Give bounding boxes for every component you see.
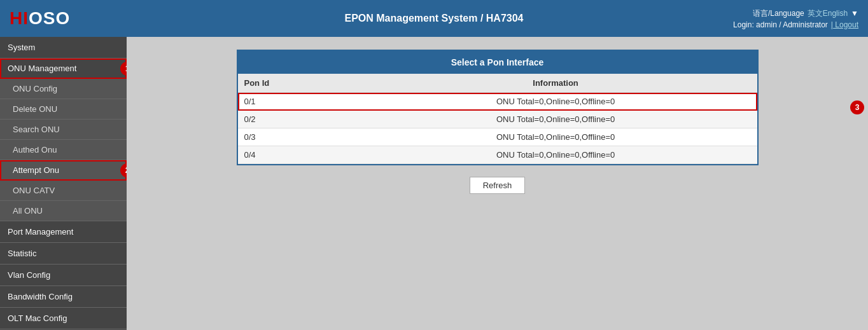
language-bar: 语言/Language 英文English ▼ (753, 8, 858, 19)
col-pon-id: Pon Id (238, 74, 354, 93)
table-row[interactable]: 0/2ONU Total=0,Online=0,Offline=0 (238, 111, 757, 128)
sidebar-item-statistic-label: Statistic (8, 249, 37, 258)
sidebar-onu-management-wrapper: ONU Management 1 (0, 58, 127, 79)
sidebar-item-search-onu-label: Search ONU (13, 125, 60, 134)
login-bar: Login: admin / Administrator | Logout (733, 20, 858, 29)
cell-pon-id: 0/3 (238, 128, 354, 146)
refresh-button[interactable]: Refresh (470, 177, 526, 194)
sidebar-item-vlan-config-label: Vlan Config (8, 270, 50, 280)
layout: System ONU Management 1 ONU Config Delet… (0, 37, 868, 330)
pon-table-title: Select a Pon Interface (238, 51, 757, 74)
sidebar-item-all-onu-label: All ONU (13, 206, 43, 216)
sidebar-item-authed-onu-label: Authed Onu (13, 145, 57, 155)
table-row[interactable]: 0/4ONU Total=0,Online=0,Offline=0 (238, 146, 757, 164)
sidebar-item-onu-config-label: ONU Config (13, 84, 57, 93)
header-right: 语言/Language 英文English ▼ Login: admin / A… (733, 8, 858, 29)
sidebar-item-system[interactable]: System (0, 37, 127, 58)
logo-area: HIOSO (10, 8, 70, 29)
logo-oso: OSO (29, 8, 70, 28)
annotation-3: 3 (850, 100, 864, 114)
sidebar-item-authed-onu[interactable]: Authed Onu (0, 140, 127, 160)
header-title: EPON Management System / HA7304 (345, 13, 524, 24)
sidebar: System ONU Management 1 ONU Config Delet… (0, 37, 127, 330)
logo-hi: HI (10, 8, 29, 28)
sidebar-item-bandwidth-config-label: Bandwidth Config (8, 292, 73, 301)
cell-pon-id: 0/1 (238, 93, 354, 111)
sidebar-item-delete-onu-label: Delete ONU (13, 104, 57, 114)
refresh-area: Refresh (139, 177, 855, 194)
sidebar-item-vlan-config[interactable]: Vlan Config (0, 265, 127, 286)
cell-information: ONU Total=0,Online=0,Offline=0 (354, 146, 757, 164)
sidebar-item-all-onu[interactable]: All ONU (0, 201, 127, 221)
sidebar-item-olt-mac-config[interactable]: OLT Mac Config (0, 308, 127, 329)
sidebar-item-port-management-label: Port Management (8, 227, 73, 237)
sidebar-item-delete-onu[interactable]: Delete ONU (0, 99, 127, 120)
cell-information: ONU Total=0,Online=0,Offline=0 (354, 111, 757, 128)
logout-link[interactable]: | Logout (831, 20, 858, 29)
language-value[interactable]: 英文English (808, 8, 848, 19)
cell-information: ONU Total=0,Online=0,Offline=0 (354, 93, 757, 111)
sidebar-item-onu-config[interactable]: ONU Config (0, 79, 127, 99)
sidebar-item-onu-management-label: ONU Management (8, 64, 76, 73)
sidebar-item-attempt-onu-label: Attempt Onu (13, 165, 59, 175)
language-chevron: ▼ (851, 9, 858, 18)
sidebar-item-bandwidth-config[interactable]: Bandwidth Config (0, 286, 127, 308)
sidebar-item-search-onu[interactable]: Search ONU (0, 120, 127, 140)
sidebar-item-statistic[interactable]: Statistic (0, 243, 127, 265)
language-label: 语言/Language (753, 8, 804, 19)
cell-pon-id: 0/4 (238, 146, 354, 164)
sidebar-item-onu-catv[interactable]: ONU CATV (0, 181, 127, 201)
col-information: Information (354, 74, 757, 93)
sidebar-item-system-label: System (8, 43, 35, 52)
table-row[interactable]: 0/1ONU Total=0,Online=0,Offline=0 (238, 93, 757, 111)
sidebar-item-onu-catv-label: ONU CATV (13, 186, 55, 195)
sidebar-attempt-onu-wrapper: Attempt Onu 2 (0, 160, 127, 181)
sidebar-item-olt-mac-config-label: OLT Mac Config (8, 313, 67, 323)
main-content: Select a Pon Interface Pon Id Informatio… (127, 37, 868, 330)
logo: HIOSO (10, 8, 70, 29)
header: HIOSO EPON Management System / HA7304 语言… (0, 0, 868, 37)
sidebar-item-attempt-onu[interactable]: Attempt Onu (0, 160, 127, 181)
table-header-row: Pon Id Information (238, 74, 757, 93)
pon-table-container: Select a Pon Interface Pon Id Informatio… (237, 50, 759, 165)
cell-information: ONU Total=0,Online=0,Offline=0 (354, 128, 757, 146)
table-wrapper: Select a Pon Interface Pon Id Informatio… (139, 50, 855, 165)
login-text: Login: admin / Administrator (733, 20, 828, 29)
pon-table: Pon Id Information 0/1ONU Total=0,Online… (238, 74, 757, 164)
table-row[interactable]: 0/3ONU Total=0,Online=0,Offline=0 (238, 128, 757, 146)
sidebar-item-port-management[interactable]: Port Management (0, 221, 127, 243)
sidebar-item-onu-management[interactable]: ONU Management (0, 58, 127, 79)
pon-table-body: 0/1ONU Total=0,Online=0,Offline=00/2ONU … (238, 93, 757, 164)
cell-pon-id: 0/2 (238, 111, 354, 128)
